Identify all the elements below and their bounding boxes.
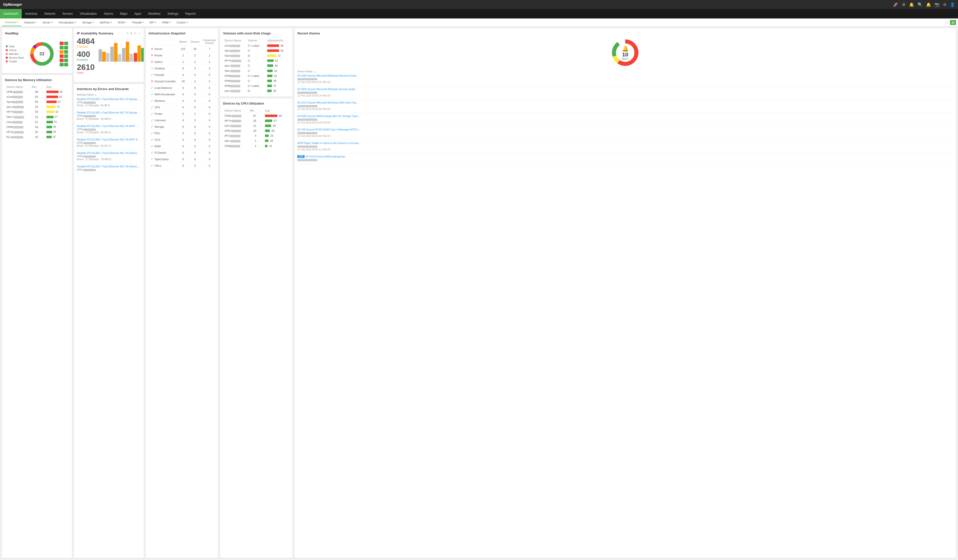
interface-name[interactable]: Realtek RTL8139C+ Fast Ethernet NIC #3-N…	[77, 111, 141, 114]
gear-icon[interactable]: ⚙	[943, 2, 947, 7]
ip-bar	[102, 52, 106, 62]
table-row: HP D 4 ... 29	[224, 133, 289, 138]
alarm-icon[interactable]: 🔔	[926, 2, 931, 7]
infra-devices: 0	[189, 72, 201, 78]
user-icon[interactable]: 👤	[950, 2, 955, 7]
table-row: Opm D: 72	[224, 53, 289, 58]
nav-item-servers[interactable]: Servers	[59, 9, 76, 19]
mem-min: 80	[31, 100, 39, 104]
subnav-virtualization[interactable]: Virtualization ▾	[56, 19, 79, 26]
alarm-title[interactable]: APM Plugin: Health is critical as the re…	[297, 142, 953, 144]
subnav-dpi[interactable]: DPI ▾	[146, 19, 159, 26]
subnav-overview[interactable]: Overview ▾	[2, 19, 21, 26]
nav-item-apps[interactable]: Apps	[131, 9, 145, 19]
subnav-ncm[interactable]: NCM ▾	[115, 19, 129, 26]
heatmap-bars	[60, 42, 68, 67]
table-row: ✓Printer 0 1 0	[149, 111, 217, 117]
alarm-title[interactable]: ID=2004 Source=Microsoft-Windows-Resourc…	[297, 75, 953, 77]
alarm-donut-wrap: 🔔 10 Alarm	[610, 38, 640, 68]
ip-available: 400 Available	[77, 50, 95, 61]
infra-alarms: 0	[178, 137, 189, 143]
table-row: Opma 80 ... 81	[5, 100, 68, 104]
download-icon[interactable]: ⬇	[130, 32, 133, 35]
subnav-ipam[interactable]: IPAM ▾	[159, 19, 174, 26]
mem-min: 26	[31, 105, 39, 109]
column-2: IP Availability Summary ↻ ⬇ ✎ ⤢ 4864 Tra…	[74, 29, 144, 558]
infra-problematic: 7	[201, 46, 217, 52]
nav-item-maps[interactable]: Maps	[116, 9, 131, 19]
infra-problematic: 0	[201, 130, 217, 136]
vol-volume: C:\ Label...	[247, 84, 266, 88]
mem-device-name: OPM-	[5, 90, 30, 94]
infra-devices: 3	[189, 65, 201, 71]
heatmap-donut: 33	[28, 40, 56, 68]
infra-snapshot-card: Infrastructure Snapshot Alarms Devices P…	[146, 29, 218, 558]
subnav-custom[interactable]: Custom ▾	[174, 19, 191, 26]
mem-avg: 45	[45, 130, 68, 134]
subnav-storage[interactable]: Storage ▾	[79, 19, 97, 26]
infra-alarms: 0	[178, 130, 189, 136]
nav-item-alarms[interactable]: Alarms	[100, 9, 116, 19]
table-row: opm-w 26 ... 74	[5, 105, 68, 109]
grid-icon[interactable]: ⊞	[950, 20, 956, 25]
cpu-device-name: opm-	[224, 138, 249, 143]
expand-icon[interactable]: ⤢	[138, 32, 141, 35]
vol-volume: C:	[247, 79, 266, 83]
interface-name[interactable]: Realtek RTL8139C+ Fast Ethernet NIC #3-E…	[77, 151, 141, 154]
vol-device-name: HP Pr	[224, 59, 246, 63]
interface-name[interactable]: Realtek RTL8139C+ Fast Ethernet NIC #4-E…	[77, 165, 141, 168]
bell-icon[interactable]: 🔔	[909, 2, 914, 7]
camera-icon[interactable]: 📷	[934, 2, 939, 7]
infra-col-name	[149, 38, 178, 45]
alarm-title[interactable]: ID=6002 Source=MSExchange Mid-Tier Stora…	[297, 115, 953, 117]
rocket-icon[interactable]: 🚀	[893, 2, 898, 7]
iface-col-label: Interface Name	[77, 93, 94, 96]
vol-volume: C:	[247, 48, 266, 53]
alarm-title[interactable]: ID=700 Source=NTDS ISAM Type=3 Message=N…	[297, 128, 953, 131]
search-icon[interactable]: 🔍	[918, 2, 923, 7]
nav-item-reports[interactable]: Reports	[182, 9, 199, 19]
infra-alarms: 0	[178, 150, 189, 156]
interface-name[interactable]: Realtek RTL8139C+ Fast Ethernet NIC #3-W…	[77, 125, 141, 127]
bar-cell	[64, 42, 68, 45]
subnav-netflow[interactable]: NetFlow ▾	[97, 19, 115, 26]
alarm-time: 21 Feb 2019 04:43:34 PM IST	[297, 135, 953, 138]
main-nav: Dashboard Inventory Network Servers Virt…	[0, 9, 958, 19]
ip-used: 2610 Used	[77, 63, 95, 74]
mem-min: 59	[31, 109, 39, 114]
nav-item-workflow[interactable]: Workflow	[145, 9, 164, 19]
interface-name[interactable]: Realtek RTL8139C+ Fast Ethernet NIC #3-W…	[77, 138, 141, 141]
mem-device-name: Opm-2	[5, 114, 30, 119]
subnav-network[interactable]: Network ▾	[21, 19, 40, 26]
mem-min: 98	[31, 90, 39, 94]
nav-item-settings[interactable]: Settings	[164, 9, 182, 19]
table-row: ✓UCS 0 0 0	[149, 137, 217, 143]
column-5: Recent Alarms 🔔 10 Alarm	[294, 29, 956, 558]
infra-device-name: ✓WAN Accelerator	[149, 91, 178, 97]
alarm-title[interactable]: 286ID=1010 Source=MSExchangeFast...	[297, 155, 953, 158]
subnav-server[interactable]: Server ▾	[40, 19, 56, 26]
subnav-firewall[interactable]: Firewall ▾	[129, 19, 146, 26]
favorite-icon[interactable]: ☆	[945, 21, 948, 24]
nav-item-network[interactable]: Network	[41, 9, 59, 19]
alarm-title[interactable]: ID=1014 Source=Microsoft-Windows-DNS-Cli…	[297, 102, 953, 104]
alarm-title[interactable]: ID=4625 Source=Microsoft-Windows-Securit…	[297, 88, 953, 90]
nav-item-virtualization[interactable]: Virtualization	[76, 9, 100, 19]
table-row: OPM- 98 ... 98	[5, 90, 68, 94]
cpu-util-title: Devices by CPU Utilization	[223, 102, 289, 105]
interface-name[interactable]: Realtek RTL8139C+ Fast Ethernet NIC #3-N…	[77, 98, 141, 101]
vol-volume: C:	[247, 68, 266, 73]
infra-problematic: 2	[201, 52, 217, 59]
nav-item-inventory[interactable]: Inventory	[22, 9, 41, 19]
nav-item-dashboard[interactable]: Dashboard	[0, 9, 22, 19]
ip-bar	[126, 42, 129, 62]
monitor-icon[interactable]: 🖥	[902, 2, 906, 7]
cpu-avg: 28	[264, 138, 289, 143]
mem-avg: 93	[45, 95, 68, 99]
infra-devices: 2	[189, 78, 201, 84]
edit-icon[interactable]: ✎	[134, 32, 137, 35]
status-icon: ✓	[151, 151, 154, 154]
refresh-icon[interactable]: ↻	[126, 32, 129, 35]
infra-alarms: 215	[178, 46, 189, 52]
bar-cell	[60, 63, 63, 67]
